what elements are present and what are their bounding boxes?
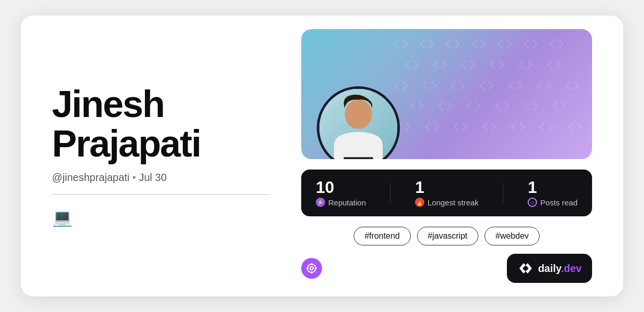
svg-point-3 [310, 267, 313, 270]
divider [52, 194, 270, 195]
posts-label: ○ Posts read [528, 198, 578, 207]
stat-posts: 1 ○ Posts read [528, 179, 578, 207]
tag-javascript[interactable]: #javascript [417, 227, 478, 245]
tags-section: #frontend #javascript #webdev [354, 227, 540, 245]
posts-icon: ○ [528, 198, 537, 207]
dailydev-text: daily.dev [538, 263, 582, 275]
avatar [317, 86, 400, 159]
right-section: 10 ⚡ Reputation 1 🔥 Longest streak 1 ○ [301, 29, 592, 283]
stats-bar: 10 ⚡ Reputation 1 🔥 Longest streak 1 ○ [301, 170, 592, 216]
dailydev-brand-icon [517, 260, 534, 277]
streak-value: 1 [415, 179, 478, 196]
laptop-icon: 💻 [52, 207, 280, 227]
user-fullname: Jinesh Prajapati [52, 85, 280, 163]
bottom-row: daily.dev [301, 254, 592, 283]
reputation-label: ⚡ Reputation [316, 198, 366, 207]
stat-divider-1 [390, 183, 391, 203]
left-section: Jinesh Prajapati @jineshprajapati • Jul … [52, 85, 301, 227]
profile-banner [301, 29, 592, 159]
svg-point-2 [307, 264, 316, 272]
streak-label: 🔥 Longest streak [415, 198, 478, 207]
posts-value: 1 [528, 179, 578, 196]
reputation-value: 10 [316, 179, 366, 196]
streak-icon: 🔥 [415, 198, 424, 207]
profile-card: Jinesh Prajapati @jineshprajapati • Jul … [21, 16, 623, 296]
crosshair-icon [301, 258, 322, 279]
tag-webdev[interactable]: #webdev [485, 227, 540, 245]
stat-reputation: 10 ⚡ Reputation [316, 179, 366, 207]
reputation-icon: ⚡ [316, 198, 325, 207]
svg-point-1 [345, 100, 372, 129]
tag-frontend[interactable]: #frontend [354, 227, 411, 245]
stat-divider-2 [503, 183, 503, 203]
user-handle: @jineshprajapati • Jul 30 [52, 172, 280, 184]
dailydev-logo: daily.dev [507, 254, 592, 283]
stat-streak: 1 🔥 Longest streak [415, 179, 478, 207]
